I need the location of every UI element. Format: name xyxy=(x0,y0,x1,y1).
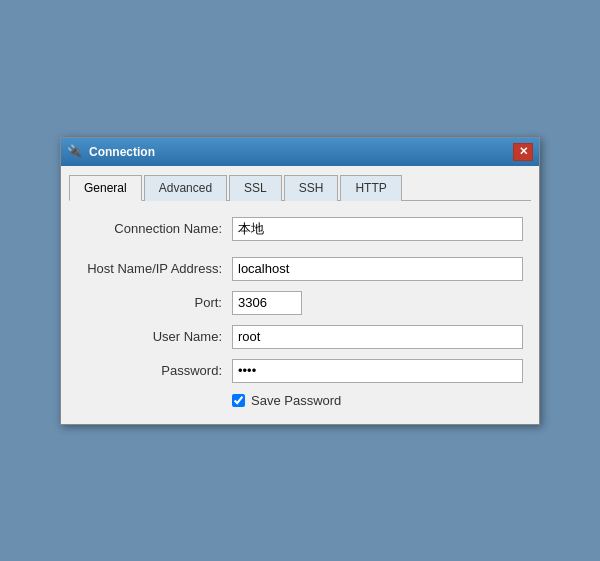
tab-http[interactable]: HTTP xyxy=(340,175,401,201)
tab-ssh[interactable]: SSH xyxy=(284,175,339,201)
connection-dialog: 🔌 Connection ✕ General Advanced SSL SSH … xyxy=(60,137,540,425)
password-row: Password: xyxy=(77,359,523,383)
title-bar: 🔌 Connection ✕ xyxy=(61,138,539,166)
connection-name-label: Connection Name: xyxy=(77,221,232,236)
tab-bar: General Advanced SSL SSH HTTP xyxy=(69,174,531,201)
window-title: Connection xyxy=(89,145,155,159)
port-row: Port: xyxy=(77,291,523,315)
save-password-checkbox[interactable] xyxy=(232,394,245,407)
username-row: User Name: xyxy=(77,325,523,349)
close-icon: ✕ xyxy=(519,145,528,158)
port-input[interactable] xyxy=(232,291,302,315)
host-row: Host Name/IP Address: xyxy=(77,257,523,281)
username-input[interactable] xyxy=(232,325,523,349)
port-label: Port: xyxy=(77,295,232,310)
tab-advanced[interactable]: Advanced xyxy=(144,175,227,201)
window-icon: 🔌 xyxy=(67,144,83,160)
host-input[interactable] xyxy=(232,257,523,281)
tab-ssl[interactable]: SSL xyxy=(229,175,282,201)
connection-name-input[interactable] xyxy=(232,217,523,241)
password-input[interactable] xyxy=(232,359,523,383)
host-label: Host Name/IP Address: xyxy=(77,261,232,276)
username-label: User Name: xyxy=(77,329,232,344)
connection-name-row: Connection Name: xyxy=(77,217,523,241)
tab-general[interactable]: General xyxy=(69,175,142,201)
form-area: Connection Name: Host Name/IP Address: P… xyxy=(69,213,531,416)
close-button[interactable]: ✕ xyxy=(513,143,533,161)
save-password-row: Save Password xyxy=(232,393,523,408)
password-label: Password: xyxy=(77,363,232,378)
window-body: General Advanced SSL SSH HTTP Connection… xyxy=(61,166,539,424)
save-password-label[interactable]: Save Password xyxy=(251,393,341,408)
title-bar-left: 🔌 Connection xyxy=(67,144,155,160)
